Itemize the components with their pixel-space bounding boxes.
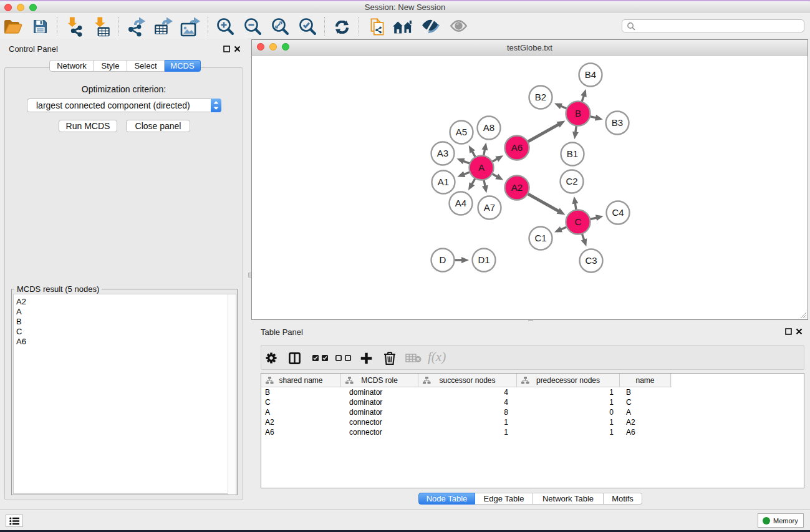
svg-text:D1: D1 [478,254,489,265]
svg-text:A5: A5 [456,127,467,137]
svg-text:A7: A7 [484,202,495,213]
svg-text:A8: A8 [483,122,494,133]
svg-text:B4: B4 [585,69,596,80]
svg-text:B1: B1 [567,148,578,159]
svg-text:A4: A4 [455,198,466,208]
svg-text:B2: B2 [535,92,546,102]
svg-text:A1: A1 [438,177,449,187]
svg-text:B3: B3 [612,117,623,128]
svg-text:D: D [440,254,446,265]
svg-text:A6: A6 [511,142,523,153]
svg-text:C3: C3 [585,255,597,266]
svg-text:C: C [575,216,582,227]
svg-text:A3: A3 [437,148,448,158]
svg-text:B: B [575,108,581,118]
svg-text:C2: C2 [566,176,577,186]
svg-text:A2: A2 [511,182,523,193]
svg-text:A: A [478,162,485,173]
svg-text:C4: C4 [612,207,624,218]
svg-text:C1: C1 [534,233,546,243]
